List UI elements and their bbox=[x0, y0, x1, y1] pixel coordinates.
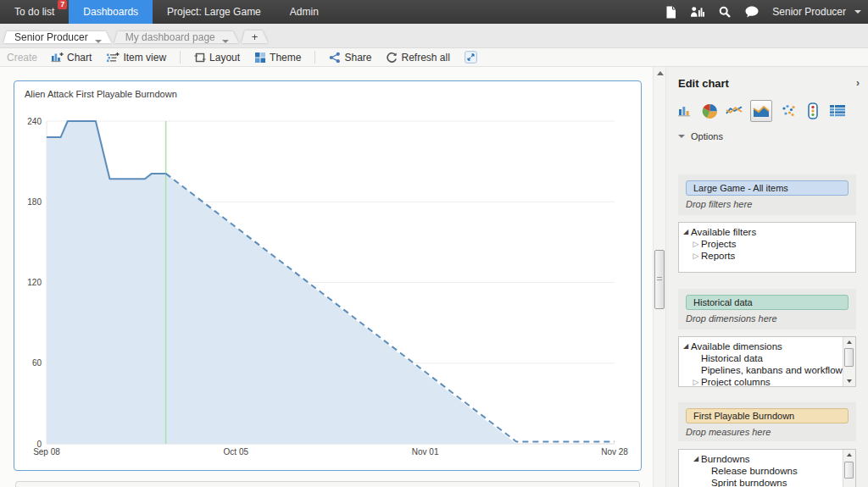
collapse-icon[interactable]: ◢ bbox=[691, 453, 701, 465]
share-button[interactable]: Share bbox=[325, 52, 376, 64]
theme-button[interactable]: Theme bbox=[250, 52, 305, 64]
tree-item[interactable]: ◢Available dimensions bbox=[679, 340, 855, 352]
create-label: Create bbox=[7, 52, 37, 64]
dimensions-drop-hint: Drop dimensions here bbox=[686, 313, 856, 324]
theme-label: Theme bbox=[270, 52, 301, 64]
tree-item[interactable]: ◢Available filters bbox=[679, 226, 855, 238]
add-chart-button[interactable]: Chart bbox=[47, 52, 96, 64]
theme-icon bbox=[254, 52, 266, 64]
tree-item[interactable]: ▷Project columns bbox=[679, 376, 855, 387]
measure-pill[interactable]: First Playable Burndown bbox=[686, 408, 849, 423]
tree-item-label: Release burndowns bbox=[711, 465, 798, 477]
collapse-panel-icon[interactable]: › bbox=[856, 77, 860, 89]
dashboard-page-tab-label: My dashboard page bbox=[125, 31, 215, 43]
burndowns-tree: ◢BurndownsRelease burndownsSprint burndo… bbox=[678, 449, 856, 487]
presentation-mode-button[interactable] bbox=[460, 51, 481, 64]
chevron-down-icon[interactable] bbox=[222, 40, 229, 43]
filters-drop-hint: Drop filters here bbox=[686, 199, 856, 209]
area-chart-icon-selected[interactable] bbox=[750, 100, 772, 122]
scroll-up-icon[interactable] bbox=[847, 453, 852, 457]
chat-icon[interactable] bbox=[745, 5, 759, 19]
table-chart-icon[interactable] bbox=[829, 102, 846, 119]
tree-item-label: Sprint burndowns bbox=[711, 477, 787, 487]
add-page-button[interactable]: + bbox=[242, 30, 269, 43]
share-label: Share bbox=[344, 52, 371, 64]
svg-text:120: 120 bbox=[27, 278, 42, 287]
dashboard-page-tab[interactable]: My dashboard page bbox=[114, 31, 239, 43]
measures-drop-zone[interactable]: First Playable Burndown Drop measures he… bbox=[678, 402, 856, 441]
chart-type-selector bbox=[676, 99, 846, 123]
add-item-view-button[interactable]: Item view bbox=[102, 52, 170, 64]
dimension-pill[interactable]: Historical data bbox=[686, 295, 849, 310]
expand-icon[interactable]: ▷ bbox=[691, 238, 701, 250]
dashboard-tab-strip: Senior ProducerMy dashboard page+ bbox=[0, 24, 868, 48]
add-chart-label: Chart bbox=[67, 52, 92, 64]
next-widget-edge[interactable] bbox=[15, 481, 640, 487]
scrollbar-thumb[interactable] bbox=[844, 462, 854, 479]
burndown-chart-svg: 060120180240Sep 08Oct 05Nov 01Nov 28 bbox=[14, 81, 639, 468]
layout-icon bbox=[194, 52, 206, 64]
scrollbar-thumb[interactable] bbox=[654, 250, 665, 309]
expand-icon[interactable]: ▷ bbox=[691, 376, 701, 387]
refresh-icon bbox=[386, 52, 398, 64]
tree-scrollbar[interactable] bbox=[843, 450, 855, 487]
scroll-up-icon[interactable] bbox=[657, 71, 664, 75]
top-nav-tab-label: Admin bbox=[290, 6, 319, 18]
options-toggle[interactable]: Options bbox=[678, 131, 723, 141]
chevron-down-icon[interactable] bbox=[95, 40, 102, 43]
bar-chart-icon[interactable] bbox=[676, 102, 693, 119]
top-nav-tab-label: To do list bbox=[14, 6, 54, 18]
top-nav-tab-label: Project: Large Game bbox=[167, 6, 261, 18]
tree-item-label: Burndowns bbox=[701, 453, 750, 465]
svg-text:Oct 05: Oct 05 bbox=[224, 447, 249, 457]
tree-item[interactable]: Pipelines, kanbans and workflows bbox=[679, 364, 855, 376]
tree-item-label: Project columns bbox=[701, 376, 771, 387]
tree-scrollbar[interactable] bbox=[843, 337, 855, 386]
top-nav-tab[interactable]: Dashboards bbox=[69, 0, 153, 24]
canvas-scrollbar[interactable] bbox=[653, 67, 666, 487]
tree-item[interactable]: ▷Reports bbox=[679, 250, 855, 262]
tree-item[interactable]: ▷Projects bbox=[679, 238, 855, 250]
toolbar-separator bbox=[314, 51, 315, 64]
filter-pill[interactable]: Large Game - All items bbox=[686, 180, 849, 196]
user-menu[interactable]: Senior Producer bbox=[772, 6, 861, 18]
filters-drop-zone[interactable]: Large Game - All items Drop filters here bbox=[678, 174, 856, 215]
collapse-icon[interactable]: ◢ bbox=[681, 226, 691, 238]
expand-icon[interactable]: ▷ bbox=[691, 250, 701, 262]
burndown-chart-widget[interactable]: Alien Attack First Playable Burndown 060… bbox=[14, 80, 642, 471]
dimensions-drop-zone[interactable]: Historical data Drop dimensions here bbox=[678, 289, 856, 329]
available-dimensions-tree: ◢Available dimensionsHistorical dataPipe… bbox=[678, 336, 856, 387]
tree-item[interactable]: Sprint burndowns bbox=[679, 477, 855, 487]
scatter-chart-icon[interactable] bbox=[780, 102, 797, 119]
refresh-all-button[interactable]: Refresh all bbox=[381, 52, 453, 64]
notification-badge: 7 bbox=[58, 0, 67, 9]
dashboard-page-tab-label: Senior Producer bbox=[14, 31, 88, 43]
top-nav-tab[interactable]: Project: Large Game bbox=[153, 0, 275, 24]
team-stats-icon[interactable] bbox=[691, 5, 704, 19]
tree-item[interactable]: ◢Burndowns bbox=[679, 453, 855, 465]
tree-item-label: Available filters bbox=[691, 226, 756, 238]
tree-item[interactable]: Release burndowns bbox=[679, 465, 855, 477]
options-label: Options bbox=[691, 131, 723, 141]
scroll-down-icon[interactable] bbox=[847, 379, 852, 383]
top-nav-tab[interactable]: Admin bbox=[275, 0, 333, 24]
chevron-down-icon bbox=[854, 10, 861, 14]
layout-button[interactable]: Layout bbox=[190, 52, 244, 64]
user-name: Senior Producer bbox=[772, 6, 846, 18]
top-nav-tab[interactable]: To do list7 bbox=[0, 0, 69, 24]
scrollbar-thumb[interactable] bbox=[844, 348, 854, 367]
bar-chart-plus-icon bbox=[51, 52, 64, 64]
document-icon[interactable] bbox=[664, 5, 677, 19]
item-view-plus-icon bbox=[106, 52, 120, 64]
status-chart-icon[interactable] bbox=[804, 102, 821, 119]
scroll-up-icon[interactable] bbox=[847, 340, 852, 344]
pie-chart-icon[interactable] bbox=[701, 102, 718, 119]
panel-title: Edit chart bbox=[678, 77, 729, 90]
tree-item[interactable]: Historical data bbox=[679, 352, 855, 364]
share-icon bbox=[329, 52, 341, 64]
search-icon[interactable] bbox=[718, 5, 732, 19]
chevron-down-icon bbox=[678, 135, 685, 138]
line-chart-icon[interactable] bbox=[726, 102, 743, 119]
collapse-icon[interactable]: ◢ bbox=[681, 340, 691, 352]
dashboard-page-tab[interactable]: Senior Producer bbox=[3, 31, 112, 43]
